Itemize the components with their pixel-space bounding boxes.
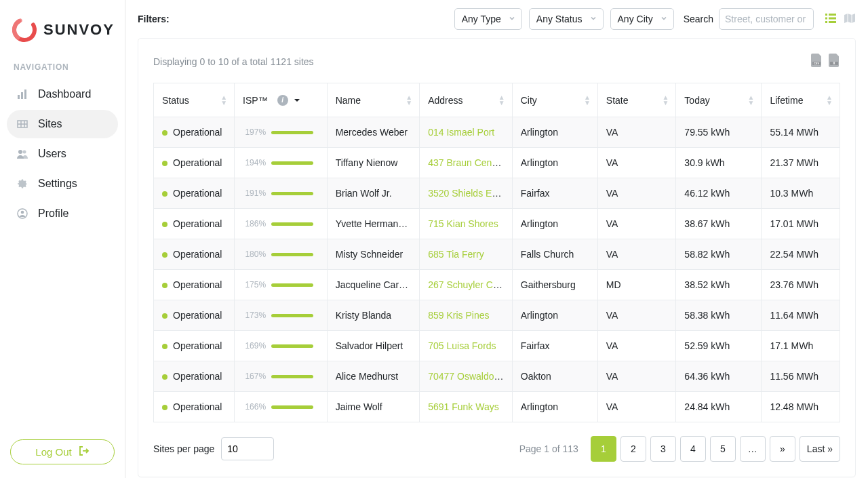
search-input[interactable] xyxy=(719,8,814,30)
page-button[interactable]: 3 xyxy=(650,436,676,462)
cell-isp: 180% xyxy=(235,239,328,270)
cell-lifetime: 11.64 MWh xyxy=(762,300,840,331)
cell-city: Arlington xyxy=(512,148,597,178)
download-excel-icon[interactable]: X xyxy=(828,54,840,69)
status-dot-icon xyxy=(162,161,167,166)
cell-city: Arlington xyxy=(512,209,597,239)
cell-name: Brian Wolf Jr. xyxy=(327,178,420,209)
col-header-status[interactable]: Status ▲▼ xyxy=(154,83,235,117)
sidebar-item-label: Sites xyxy=(38,118,62,130)
cell-city: Fairfax xyxy=(512,331,597,361)
chevron-down-icon xyxy=(589,14,597,24)
address-link[interactable]: 685 Tia Ferry xyxy=(428,249,484,260)
pagination-summary: Page 1 of 113 xyxy=(519,443,578,454)
cell-name: Jaime Wolf xyxy=(327,392,420,422)
table-row[interactable]: Operational 197% Mercedes Weber 014 Isma… xyxy=(154,117,840,148)
filter-status-select[interactable]: Any Status xyxy=(529,8,604,30)
address-link[interactable]: 70477 Oswaldo F... xyxy=(428,371,509,382)
cell-name: Mercedes Weber xyxy=(327,117,420,148)
sidebar-item-users[interactable]: Users xyxy=(7,140,118,168)
cell-today: 38.67 kWh xyxy=(676,209,762,239)
status-dot-icon xyxy=(162,283,167,288)
cell-city: Arlington xyxy=(512,300,597,331)
filter-city-select[interactable]: Any City xyxy=(610,8,674,30)
info-icon[interactable]: i xyxy=(277,95,288,106)
table-row[interactable]: Operational 180% Misty Schneider 685 Tia… xyxy=(154,239,840,270)
sidebar-item-dashboard[interactable]: Dashboard xyxy=(7,80,118,108)
cell-lifetime: 17.01 MWh xyxy=(762,209,840,239)
cell-name: Tiffany Nienow xyxy=(327,148,420,178)
svg-rect-14 xyxy=(829,14,836,16)
col-header-isp[interactable]: ISP™ i xyxy=(235,83,328,117)
download-csv-icon[interactable]: CSV xyxy=(810,54,823,69)
svg-rect-2 xyxy=(18,95,20,99)
svg-rect-16 xyxy=(829,17,836,19)
svg-point-9 xyxy=(18,150,22,154)
page-button[interactable]: Last » xyxy=(800,436,840,462)
address-link[interactable]: 267 Schuyler Ca... xyxy=(428,279,506,290)
page-button[interactable]: » xyxy=(770,436,795,462)
table-row[interactable]: Operational 191% Brian Wolf Jr. 3520 Shi… xyxy=(154,178,840,209)
cell-state: VA xyxy=(597,117,676,148)
cell-today: 30.9 kWh xyxy=(676,148,762,178)
table-row[interactable]: Operational 167% Alice Medhurst 70477 Os… xyxy=(154,361,840,392)
logout-button[interactable]: Log Out xyxy=(10,439,115,464)
table-row[interactable]: Operational 169% Salvador Hilpert 705 Lu… xyxy=(154,331,840,361)
page-button[interactable]: 5 xyxy=(710,436,736,462)
page-button[interactable]: 2 xyxy=(620,436,646,462)
cell-lifetime: 17.1 MWh xyxy=(762,331,840,361)
cell-name: Kristy Blanda xyxy=(327,300,420,331)
address-link[interactable]: 705 Luisa Fords xyxy=(428,340,496,351)
address-link[interactable]: 715 Kian Shores xyxy=(428,218,498,229)
svg-rect-15 xyxy=(825,17,827,19)
cell-address: 437 Braun Centers xyxy=(420,148,513,178)
isp-bar xyxy=(271,253,313,256)
cell-lifetime: 10.3 MWh xyxy=(762,178,840,209)
sites-per-page-input[interactable] xyxy=(221,437,274,460)
sort-icon: ▲▼ xyxy=(220,95,227,106)
address-link[interactable]: 437 Braun Centers xyxy=(428,157,508,168)
col-header-city[interactable]: City ▲▼ xyxy=(512,83,597,117)
cell-name: Alice Medhurst xyxy=(327,361,420,392)
cell-address: 3520 Shields Ext... xyxy=(420,178,513,209)
cell-state: MD xyxy=(597,270,676,300)
address-link[interactable]: 3520 Shields Ext... xyxy=(428,188,507,199)
caret-down-icon xyxy=(294,95,300,106)
table-row[interactable]: Operational 175% Jacqueline Carroll 267 … xyxy=(154,270,840,300)
results-summary: Displaying 0 to 10 of a total 1121 sites xyxy=(153,56,314,67)
svg-rect-3 xyxy=(21,92,23,99)
col-header-name[interactable]: Name ▲▼ xyxy=(327,83,420,117)
sunvoy-logo-icon xyxy=(11,16,38,43)
svg-point-12 xyxy=(21,211,24,214)
list-view-icon[interactable] xyxy=(825,12,837,26)
table-row[interactable]: Operational 186% Yvette Hermann IV 715 K… xyxy=(154,209,840,239)
page-button[interactable]: 1 xyxy=(591,436,616,462)
address-link[interactable]: 5691 Funk Ways xyxy=(428,401,499,412)
sidebar-item-settings[interactable]: Settings xyxy=(7,170,118,198)
table-row[interactable]: Operational 166% Jaime Wolf 5691 Funk Wa… xyxy=(154,392,840,422)
col-header-lifetime[interactable]: Lifetime ▲▼ xyxy=(762,83,840,117)
cell-today: 38.52 kWh xyxy=(676,270,762,300)
sidebar-item-profile[interactable]: Profile xyxy=(7,199,118,228)
col-header-today[interactable]: Today ▲▼ xyxy=(676,83,762,117)
filter-type-select[interactable]: Any Type xyxy=(454,8,522,30)
address-link[interactable]: 859 Kris Pines xyxy=(428,310,489,321)
cell-lifetime: 55.14 MWh xyxy=(762,117,840,148)
table-row[interactable]: Operational 194% Tiffany Nienow 437 Brau… xyxy=(154,148,840,178)
page-button[interactable]: 4 xyxy=(680,436,706,462)
page-button[interactable]: … xyxy=(740,436,766,462)
cell-city: Arlington xyxy=(512,117,597,148)
col-header-address[interactable]: Address ▲▼ xyxy=(420,83,513,117)
cell-status: Operational xyxy=(154,239,235,270)
svg-rect-18 xyxy=(829,21,836,23)
sites-icon xyxy=(16,118,28,130)
address-link[interactable]: 014 Ismael Port xyxy=(428,127,494,138)
map-view-icon[interactable] xyxy=(844,12,856,26)
sidebar-item-sites[interactable]: Sites xyxy=(7,110,118,138)
status-dot-icon xyxy=(162,130,167,136)
table-row[interactable]: Operational 173% Kristy Blanda 859 Kris … xyxy=(154,300,840,331)
col-header-state[interactable]: State ▲▼ xyxy=(597,83,676,117)
chevron-down-icon xyxy=(660,14,668,24)
cell-address: 70477 Oswaldo F... xyxy=(420,361,513,392)
logout-label: Log Out xyxy=(35,446,71,458)
